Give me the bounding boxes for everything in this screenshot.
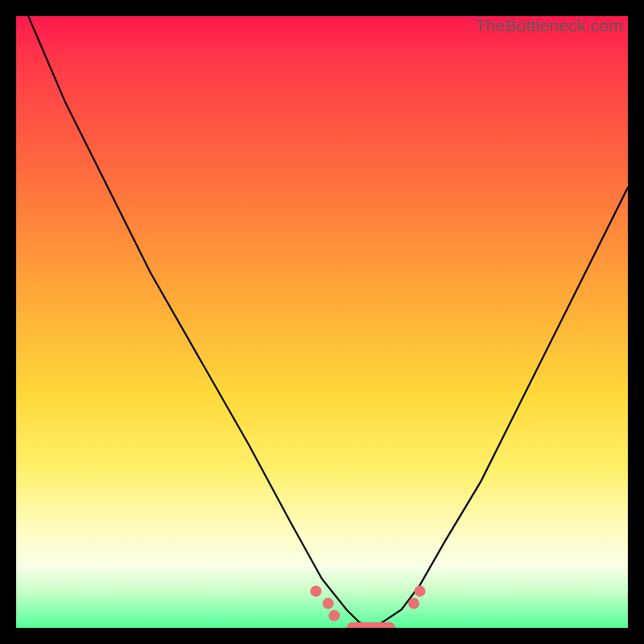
near-minimum-markers: [310, 585, 425, 628]
curve-layer: [16, 16, 628, 628]
watermark-text: TheBottleneck.com: [476, 16, 623, 35]
marker-capsule: [346, 622, 395, 628]
bottleneck-curve: [28, 16, 628, 628]
marker-dot: [415, 585, 426, 597]
chart-frame: TheBottleneck.com: [0, 0, 644, 644]
marker-dot: [323, 598, 334, 609]
marker-dot: [328, 610, 340, 621]
marker-dot: [310, 585, 321, 597]
marker-dot: [408, 598, 419, 609]
curve-path: [28, 16, 628, 628]
plot-area: TheBottleneck.com: [16, 16, 628, 628]
